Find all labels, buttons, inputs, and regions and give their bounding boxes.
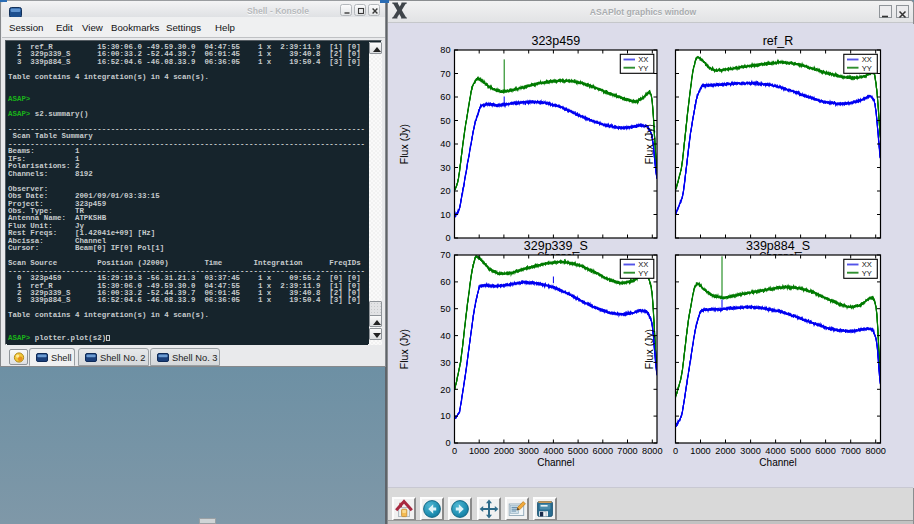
svg-text:YY: YY <box>638 64 648 73</box>
svg-text:60: 60 <box>440 277 450 287</box>
svg-text:70: 70 <box>440 250 450 260</box>
svg-text:3000: 3000 <box>518 446 538 456</box>
svg-text:0: 0 <box>452 446 457 456</box>
svg-text:60: 60 <box>440 92 450 102</box>
svg-text:40: 40 <box>440 331 450 341</box>
svg-text:3000: 3000 <box>740 446 760 456</box>
svg-text:ref_R: ref_R <box>763 34 794 48</box>
svg-text:5000: 5000 <box>568 446 588 456</box>
svg-text:70: 70 <box>440 69 450 79</box>
svg-text:30: 30 <box>440 163 450 173</box>
svg-text:6000: 6000 <box>593 446 613 456</box>
svg-text:7000: 7000 <box>840 446 860 456</box>
svg-text:339p884_S: 339p884_S <box>746 239 810 253</box>
svg-text:10: 10 <box>440 411 450 421</box>
svg-text:Flux (Jy): Flux (Jy) <box>643 124 655 164</box>
svg-text:2000: 2000 <box>715 446 735 456</box>
svg-text:20: 20 <box>440 385 450 395</box>
svg-text:20: 20 <box>440 186 450 196</box>
svg-text:1000: 1000 <box>469 446 489 456</box>
svg-text:2000: 2000 <box>494 446 514 456</box>
svg-text:10: 10 <box>440 210 450 220</box>
svg-text:5000: 5000 <box>790 446 810 456</box>
svg-text:0: 0 <box>445 233 450 243</box>
svg-text:Flux (Jy): Flux (Jy) <box>398 124 410 164</box>
svg-text:Channel: Channel <box>537 457 574 468</box>
svg-text:50: 50 <box>440 304 450 314</box>
svg-text:80: 80 <box>440 45 450 55</box>
svg-text:4000: 4000 <box>543 446 563 456</box>
svg-text:Flux (Jy): Flux (Jy) <box>643 329 655 369</box>
svg-text:4000: 4000 <box>765 446 785 456</box>
svg-text:0: 0 <box>673 446 678 456</box>
svg-text:YY: YY <box>862 269 872 278</box>
svg-text:50: 50 <box>440 116 450 126</box>
svg-text:0: 0 <box>445 438 450 448</box>
svg-text:40: 40 <box>440 139 450 149</box>
svg-text:1000: 1000 <box>690 446 710 456</box>
svg-text:Flux (Jy): Flux (Jy) <box>398 329 410 369</box>
svg-text:323p459: 323p459 <box>531 34 580 48</box>
svg-text:6000: 6000 <box>815 446 835 456</box>
svg-text:YY: YY <box>638 269 648 278</box>
svg-text:Channel: Channel <box>759 457 796 468</box>
svg-text:8000: 8000 <box>642 446 662 456</box>
svg-text:7000: 7000 <box>617 446 637 456</box>
svg-text:329p339_S: 329p339_S <box>524 239 588 253</box>
svg-text:YY: YY <box>862 64 872 73</box>
svg-text:30: 30 <box>440 358 450 368</box>
svg-text:8000: 8000 <box>865 446 885 456</box>
